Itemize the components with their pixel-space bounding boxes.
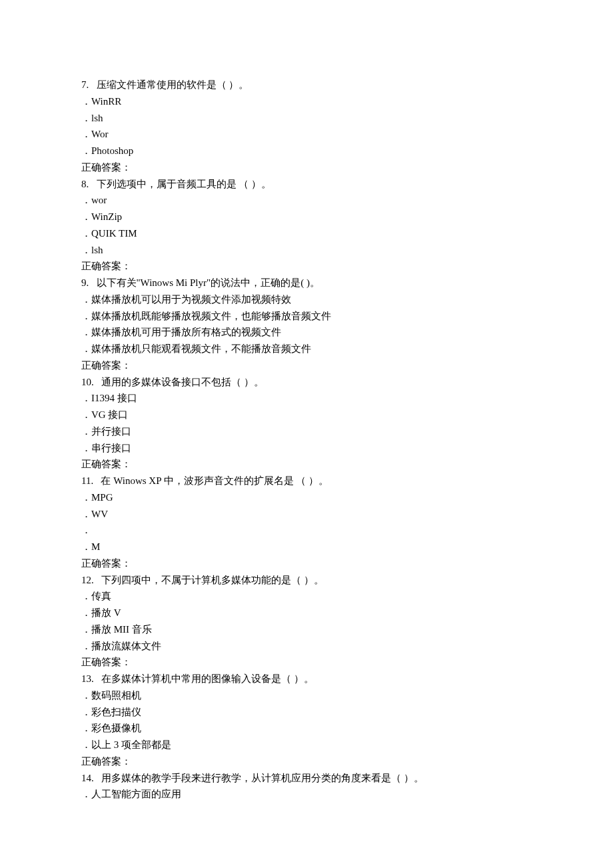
option-line: ．播放 V xyxy=(81,605,532,621)
option-line: ．以上 3 项全部都是 xyxy=(81,737,532,753)
question-text: 下列四项中，不属于计算机多媒体功能的是（ ）。 xyxy=(94,575,324,585)
question-number: 12. xyxy=(81,575,94,585)
question-text: 压缩文件通常使用的软件是（ ）。 xyxy=(89,79,249,90)
option-line: ．传真 xyxy=(81,588,532,605)
answer-label: 正确答案： xyxy=(81,258,532,275)
option-line: ．并行接口 xyxy=(81,423,532,440)
question-line: 12. 下列四项中，不属于计算机多媒体功能的是（ ）。 xyxy=(81,572,532,589)
question-number: 11. xyxy=(81,475,93,486)
option-line: ．wor xyxy=(81,192,532,209)
question-line: 11. 在 Winows XP 中，波形声音文件的扩展名是 （ ）。 xyxy=(81,473,532,489)
option-line: ．人工智能方面的应用 xyxy=(81,786,532,803)
option-line: ．Wor xyxy=(81,126,532,143)
option-line: ．WV xyxy=(81,506,532,523)
option-line: ．彩色扫描仪 xyxy=(81,704,532,721)
question-text: 通用的多媒体设备接口不包括（ ）。 xyxy=(94,377,264,387)
question-line: 10. 通用的多媒体设备接口不包括（ ）。 xyxy=(81,374,532,391)
option-line: ．Photoshop xyxy=(81,143,532,159)
option-line: ．串行接口 xyxy=(81,440,532,457)
option-line: ．媒体播放机可用于播放所有格式的视频文件 xyxy=(81,324,532,341)
question-number: 7. xyxy=(81,79,89,90)
option-line: ．WinZip xyxy=(81,209,532,225)
question-text: 以下有关"Winows Mi Plyr"的说法中，正确的是( )。 xyxy=(89,277,320,288)
option-line: ．MPG xyxy=(81,489,532,506)
question-number: 10. xyxy=(81,377,94,387)
question-text: 在多媒体计算机中常用的图像输入设备是（ ）。 xyxy=(94,673,314,684)
option-line: ． xyxy=(81,522,532,539)
answer-label: 正确答案： xyxy=(81,654,532,671)
option-line: ．M xyxy=(81,539,532,555)
question-line: 14. 用多媒体的教学手段来进行教学，从计算机应用分类的角度来看是（ ）。 xyxy=(81,770,532,787)
option-line: ．lsh xyxy=(81,110,532,127)
option-line: ．媒体播放机只能观看视频文件，不能播放音频文件 xyxy=(81,341,532,357)
option-line: ．WinRR xyxy=(81,93,532,110)
answer-label: 正确答案： xyxy=(81,753,532,770)
answer-label: 正确答案： xyxy=(81,159,532,176)
option-line: ．QUIK TIM xyxy=(81,225,532,242)
question-text: 用多媒体的教学手段来进行教学，从计算机应用分类的角度来看是（ ）。 xyxy=(94,773,424,783)
question-text: 下列选项中，属于音频工具的是 （ ）。 xyxy=(89,179,271,189)
question-text: 在 Winows XP 中，波形声音文件的扩展名是 （ ）。 xyxy=(93,475,328,486)
question-number: 13. xyxy=(81,673,94,684)
answer-label: 正确答案： xyxy=(81,456,532,473)
question-number: 14. xyxy=(81,773,94,783)
option-line: ．播放流媒体文件 xyxy=(81,638,532,655)
option-line: ．媒体播放机可以用于为视频文件添加视频特效 xyxy=(81,291,532,308)
question-line: 8. 下列选项中，属于音频工具的是 （ ）。 xyxy=(81,176,532,193)
option-line: ．彩色摄像机 xyxy=(81,720,532,737)
option-line: ．播放 MII 音乐 xyxy=(81,621,532,638)
question-number: 8. xyxy=(81,179,89,189)
question-number: 9. xyxy=(81,277,89,288)
question-line: 13. 在多媒体计算机中常用的图像输入设备是（ ）。 xyxy=(81,671,532,687)
option-line: ．lsh xyxy=(81,242,532,259)
answer-label: 正确答案： xyxy=(81,357,532,374)
document-content: 7. 压缩文件通常使用的软件是（ ）。．WinRR．lsh．Wor．Photos… xyxy=(81,77,532,803)
answer-label: 正确答案： xyxy=(81,555,532,572)
option-line: ．I1394 接口 xyxy=(81,390,532,407)
option-line: ．VG 接口 xyxy=(81,407,532,423)
option-line: ．媒体播放机既能够播放视频文件，也能够播放音频文件 xyxy=(81,308,532,325)
question-line: 9. 以下有关"Winows Mi Plyr"的说法中，正确的是( )。 xyxy=(81,275,532,291)
option-line: ．数码照相机 xyxy=(81,687,532,704)
question-line: 7. 压缩文件通常使用的软件是（ ）。 xyxy=(81,77,532,93)
